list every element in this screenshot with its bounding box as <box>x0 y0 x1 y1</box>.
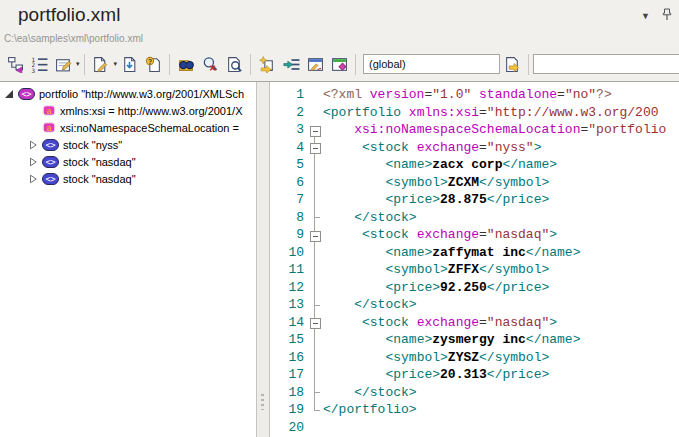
element-magenta-icon: <> <box>18 88 35 100</box>
view-structure-button[interactable] <box>3 52 27 76</box>
search-input[interactable] <box>533 54 679 74</box>
code-text: <price>92.250</price> <box>323 279 549 297</box>
line-number: 6 <box>270 174 306 192</box>
code-line[interactable]: 20 <box>270 419 679 437</box>
fold-margin <box>306 104 323 122</box>
tree-item[interactable]: <>stock "nasdaq" <box>0 153 256 170</box>
svg-text:<>: <> <box>45 157 55 167</box>
code-line[interactable]: 12 <price>92.250</price> <box>270 279 679 297</box>
code-text: <symbol>ZFFX</symbol> <box>323 261 549 279</box>
code-line[interactable]: 19</portfolio> <box>270 401 679 419</box>
line-number: 18 <box>270 384 306 402</box>
code-line[interactable]: 17 <price>20.313</price> <box>270 366 679 384</box>
code-line[interactable]: 2<portfolio xmlns:xsi="http://www.w3.org… <box>270 104 679 122</box>
line-number: 2 <box>270 104 306 122</box>
find-in-document-button[interactable] <box>222 52 246 76</box>
edit-document-button[interactable] <box>89 52 113 76</box>
form-pencil-icon <box>55 56 72 73</box>
line-number: 12 <box>270 279 306 297</box>
xml-text-editor[interactable]: 1<?xml version="1.0" standalone="no"?>2<… <box>269 82 679 437</box>
code-line[interactable]: 11 <symbol>ZFFX</symbol> <box>270 261 679 279</box>
dropdown-arrow-icon[interactable]: ▾ <box>76 60 80 68</box>
panel-splitter[interactable] <box>257 82 269 437</box>
code-line[interactable]: 7 <price>28.875</price> <box>270 191 679 209</box>
toolbar-separator <box>355 54 356 75</box>
code-line[interactable]: 6 <symbol>ZCXM</symbol> <box>270 174 679 192</box>
line-number: 7 <box>270 191 306 209</box>
scope-combo-input[interactable] <box>363 54 500 74</box>
tree-item[interactable]: <>portfolio "http://www.w3.org/2001/XMLS… <box>0 85 256 102</box>
line-number: 16 <box>270 349 306 367</box>
toolbar: 123▾▾? <box>0 47 679 81</box>
fold-margin <box>306 156 323 174</box>
tree-item[interactable]: <>stock "nyss" <box>0 136 256 153</box>
tree-item[interactable]: axsi:noNamespaceSchemaLocation = <box>0 119 256 136</box>
element-blue-icon: <> <box>42 139 59 151</box>
save-document-button[interactable] <box>117 52 141 76</box>
code-line[interactable]: 14 <stock exchange="nasdaq"> <box>270 314 679 332</box>
pin-icon[interactable] <box>661 7 673 25</box>
document-info-button[interactable]: ? <box>141 52 165 76</box>
line-numbers-button[interactable]: 123 <box>27 52 51 76</box>
code-text: xsi:noNamespaceSchemaLocation="portfolio <box>323 121 666 139</box>
fold-margin <box>306 384 323 402</box>
tree-item[interactable]: axmlns:xsi = http://www.w3.org/2001/X <box>0 102 256 119</box>
code-line[interactable]: 8 </stock> <box>270 209 679 227</box>
code-line[interactable]: 4 <stock exchange="nyss"> <box>270 139 679 157</box>
code-text: <?xml version="1.0" standalone="no"?> <box>323 86 612 104</box>
svg-text:<>: <> <box>21 89 31 99</box>
collapsed-arrow-icon[interactable] <box>28 140 42 150</box>
document-title: portfolio.xml <box>18 4 120 26</box>
grid-view-button[interactable] <box>327 52 351 76</box>
code-text: <stock exchange="nasdaq"> <box>323 226 557 244</box>
fold-margin <box>306 296 323 314</box>
collapsed-arrow-icon[interactable] <box>28 157 42 167</box>
titlebar: portfolio.xml ▼ C:\ea\samples\xml\portfo… <box>0 0 679 47</box>
binoculars-icon <box>178 56 195 73</box>
page-question-icon: ? <box>145 56 162 73</box>
edit-window-button[interactable] <box>303 52 327 76</box>
code-line[interactable]: 13 </stock> <box>270 296 679 314</box>
fold-collapse-icon[interactable] <box>306 314 323 332</box>
expanded-arrow-icon[interactable] <box>4 89 18 99</box>
tree-item-label: stock "nasdaq" <box>63 173 136 185</box>
code-line[interactable]: 5 <name>zacx corp</name> <box>270 156 679 174</box>
magnifier-x-icon <box>202 56 219 73</box>
toolbar-separator <box>250 54 251 75</box>
code-text: </portfolio> <box>323 401 417 419</box>
find-button[interactable] <box>174 52 198 76</box>
code-line[interactable]: 10 <name>zaffymat inc</name> <box>270 244 679 262</box>
hierarchy-icon <box>7 56 24 73</box>
fold-margin <box>306 261 323 279</box>
edit-settings-button[interactable] <box>51 52 75 76</box>
line-number: 9 <box>270 226 306 244</box>
code-line[interactable]: 9 <stock exchange="nasdaq"> <box>270 226 679 244</box>
fold-margin <box>306 191 323 209</box>
code-line[interactable]: 1<?xml version="1.0" standalone="no"?> <box>270 86 679 104</box>
code-line[interactable]: 3 xsi:noNamespaceSchemaLocation="portfol… <box>270 121 679 139</box>
code-text: </stock> <box>323 209 417 227</box>
toolbar-separator <box>84 54 85 75</box>
code-text: </stock> <box>323 384 417 402</box>
fold-collapse-icon[interactable] <box>306 139 323 157</box>
page-pencil-icon <box>92 56 109 73</box>
fold-collapse-icon[interactable] <box>306 121 323 139</box>
goto-line-button[interactable] <box>279 52 303 76</box>
window-diamond-icon <box>331 56 348 73</box>
new-element-button[interactable] <box>255 52 279 76</box>
code-line[interactable]: 16 <symbol>ZYSZ</symbol> <box>270 349 679 367</box>
fold-collapse-icon[interactable] <box>306 226 323 244</box>
apply-scope-button[interactable] <box>500 52 524 76</box>
find-replace-button[interactable] <box>198 52 222 76</box>
line-number: 8 <box>270 209 306 227</box>
fold-margin <box>306 86 323 104</box>
chevron-down-icon[interactable]: ▼ <box>641 11 650 21</box>
code-line[interactable]: 18 </stock> <box>270 384 679 402</box>
svg-text:?: ? <box>147 57 151 64</box>
line-number: 17 <box>270 366 306 384</box>
fold-margin <box>306 279 323 297</box>
code-line[interactable]: 15 <name>zysmergy inc</name> <box>270 331 679 349</box>
collapsed-arrow-icon[interactable] <box>28 174 42 184</box>
tree-item[interactable]: <>stock "nasdaq" <box>0 170 256 187</box>
line-number: 3 <box>270 121 306 139</box>
